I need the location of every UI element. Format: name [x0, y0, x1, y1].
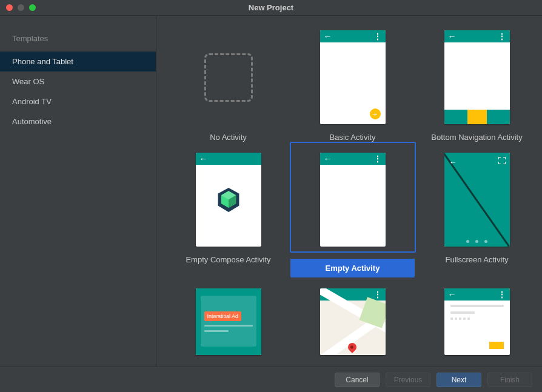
pager-dots-icon — [444, 240, 510, 243]
main-area: Templates Phone and Tablet Wear OS Andro… — [0, 16, 542, 367]
sidebar-item-automotive[interactable]: Automotive — [0, 111, 156, 131]
minimize-window-button[interactable] — [18, 4, 24, 11]
templates-content: No Activity ← ⋮ + Basic Activity ← — [156, 16, 542, 367]
ad-badge: Interstitial Ad — [204, 311, 242, 321]
template-interstitial-ad[interactable]: Interstitial Ad — [166, 288, 290, 355]
action-button-preview — [489, 342, 504, 349]
template-bottom-navigation-activity[interactable]: ← ⋮ Bottom Navigation Activity — [415, 30, 539, 142]
overflow-menu-icon: ⋮ — [373, 290, 382, 299]
fab-icon: + — [370, 108, 381, 119]
window-controls — [6, 4, 36, 11]
back-arrow-icon: ← — [324, 154, 332, 163]
sidebar-item-android-tv[interactable]: Android TV — [0, 91, 156, 111]
back-arrow-icon: ← — [324, 32, 332, 41]
appbar-preview: ← ⋮ — [320, 153, 386, 165]
template-thumbnail: ← — [444, 153, 510, 247]
template-thumbnail: ← ⋮ — [320, 153, 386, 247]
cancel-button[interactable]: Cancel — [335, 373, 380, 387]
template-label: Basic Activity — [290, 124, 415, 142]
back-arrow-icon: ← — [199, 154, 208, 163]
template-label: Empty Compose Activity — [166, 247, 290, 264]
maximize-window-button[interactable] — [29, 4, 36, 11]
overflow-menu-icon: ⋮ — [498, 32, 506, 41]
footer-buttons: Cancel Previous Next Finish — [0, 367, 542, 392]
compose-logo-icon — [216, 188, 241, 212]
template-master-detail-flow[interactable]: ← ⋮ — [415, 288, 539, 355]
template-no-activity[interactable]: No Activity — [166, 30, 290, 142]
templates-grid: No Activity ← ⋮ + Basic Activity ← — [166, 30, 532, 355]
template-label: Fullscreen Activity — [415, 247, 539, 264]
overflow-menu-icon: ⋮ — [498, 290, 506, 299]
appbar-preview: ← ⋮ — [444, 288, 510, 301]
expand-icon — [498, 157, 506, 164]
template-thumbnail: ← ⋮ — [444, 288, 510, 355]
back-arrow-icon: ← — [448, 32, 457, 41]
overflow-menu-icon: ⋮ — [373, 32, 382, 41]
back-arrow-icon: ← — [448, 290, 457, 299]
template-thumbnail: ← — [196, 153, 261, 247]
sidebar-item-phone-and-tablet[interactable]: Phone and Tablet — [0, 51, 156, 71]
template-fullscreen-activity[interactable]: ← Fullscreen Activity — [415, 153, 539, 277]
template-basic-activity[interactable]: ← ⋮ + Basic Activity — [290, 30, 415, 142]
finish-button: Finish — [487, 373, 532, 387]
overflow-menu-icon: ⋮ — [373, 154, 382, 163]
dashed-placeholder-icon — [204, 53, 253, 102]
template-google-maps-activity[interactable]: ← ⋮ — [290, 288, 415, 355]
close-window-button[interactable] — [6, 4, 13, 11]
template-thumbnail: ← ⋮ + — [320, 30, 386, 124]
template-label: No Activity — [166, 124, 290, 142]
appbar-preview: ← — [196, 153, 261, 165]
sidebar-item-wear-os[interactable]: Wear OS — [0, 71, 156, 91]
appbar-preview: ← ⋮ — [444, 30, 510, 42]
template-empty-compose-activity[interactable]: ← Empty Compose Activity — [166, 153, 290, 277]
template-thumbnail: Interstitial Ad — [196, 288, 261, 355]
next-button[interactable]: Next — [437, 373, 481, 387]
appbar-preview: ← ⋮ — [320, 30, 386, 42]
template-thumbnail: ← ⋮ — [320, 288, 386, 355]
back-arrow-icon: ← — [449, 158, 457, 167]
template-empty-activity[interactable]: ← ⋮ Empty Activity — [290, 153, 415, 277]
template-thumbnail — [196, 30, 261, 124]
previous-button: Previous — [386, 373, 430, 387]
template-thumbnail: ← ⋮ — [444, 30, 510, 124]
template-label: Empty Activity — [290, 259, 415, 277]
sidebar-header: Templates — [0, 30, 156, 51]
bottom-nav-preview — [444, 110, 510, 124]
template-label: Bottom Navigation Activity — [415, 124, 539, 142]
sidebar: Templates Phone and Tablet Wear OS Andro… — [0, 16, 156, 367]
window-title: New Project — [0, 3, 542, 12]
titlebar: New Project — [0, 0, 542, 16]
